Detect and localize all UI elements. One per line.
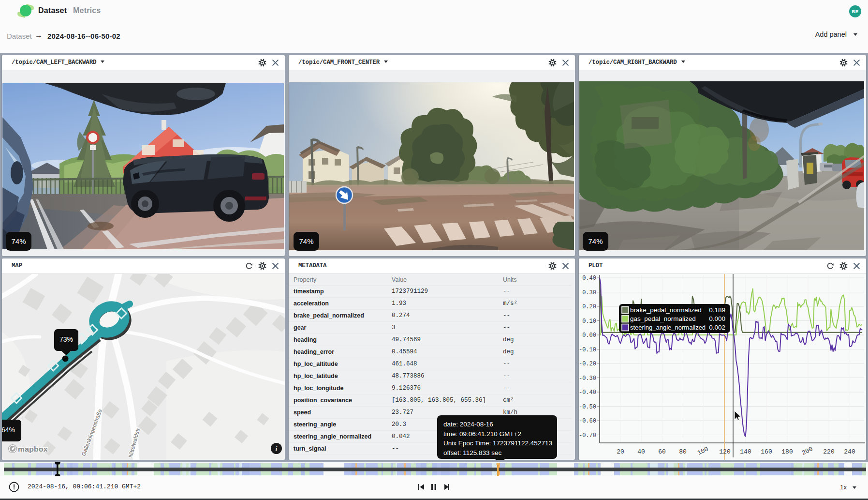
svg-text:-0.10: -0.10	[579, 347, 596, 353]
svg-text:-0.20: -0.20	[579, 361, 596, 367]
svg-text:-0.60: -0.60	[579, 418, 596, 424]
svg-text:-0.70: -0.70	[579, 432, 596, 439]
svg-text:mapbox: mapbox	[18, 445, 48, 453]
svg-text:80: 80	[679, 448, 687, 455]
svg-text:160: 160	[761, 448, 772, 455]
svg-text:brake_pedal_normalized: brake_pedal_normalized	[630, 306, 702, 314]
svg-text:-0.50: -0.50	[579, 404, 596, 410]
svg-text:steering_angle_normalized: steering_angle_normalized	[630, 324, 706, 331]
svg-text:0.40: 0.40	[582, 275, 596, 282]
svg-text:0.30: 0.30	[582, 289, 596, 296]
svg-text:240: 240	[844, 448, 855, 455]
svg-text:220: 220	[823, 448, 834, 455]
svg-text:0.10: 0.10	[582, 318, 596, 325]
svg-text:20: 20	[617, 448, 624, 455]
svg-text:0.002: 0.002	[709, 324, 725, 331]
svg-text:-0.40: -0.40	[579, 389, 596, 396]
svg-text:120: 120	[719, 448, 730, 455]
svg-text:180: 180	[781, 448, 793, 455]
svg-text:0.189: 0.189	[709, 306, 725, 314]
svg-text:0.000: 0.000	[709, 315, 725, 322]
svg-text:60: 60	[658, 448, 666, 455]
svg-text:0.20: 0.20	[582, 303, 596, 310]
svg-text:0.00: 0.00	[582, 332, 596, 339]
svg-text:40: 40	[637, 448, 645, 455]
svg-text:140: 140	[740, 448, 751, 455]
svg-text:gas_pedal_normalized: gas_pedal_normalized	[630, 315, 696, 322]
svg-text:-0.30: -0.30	[579, 375, 596, 382]
